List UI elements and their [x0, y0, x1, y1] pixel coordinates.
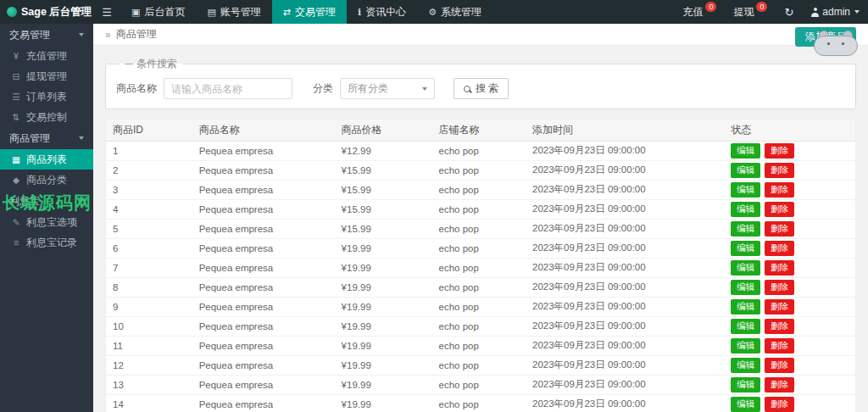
- edit-button[interactable]: 编辑: [731, 338, 760, 354]
- top-nav-item[interactable]: ⇄交易管理: [272, 0, 347, 24]
- delete-button[interactable]: 删除: [765, 358, 794, 373]
- sidebar-item[interactable]: ≡利息宝记录: [0, 232, 93, 253]
- delete-button[interactable]: 删除: [765, 338, 794, 354]
- yen-icon: ¥: [11, 51, 21, 61]
- search-icon: [464, 86, 470, 92]
- table-cell: 4: [106, 199, 192, 219]
- status-cell: 编辑删除: [724, 375, 855, 394]
- delete-button[interactable]: 删除: [765, 221, 794, 237]
- status-cell: 编辑删除: [724, 258, 855, 277]
- search-button[interactable]: 搜 索: [453, 78, 509, 99]
- edit-button[interactable]: 编辑: [731, 397, 760, 412]
- table-cell: 2023年09月23日 09:00:00: [526, 258, 724, 277]
- chevron-down-icon: [79, 136, 84, 140]
- table-cell: echo pop: [432, 160, 526, 180]
- sidebar-group-label: 商品管理: [9, 131, 50, 146]
- caret-down-icon: [854, 10, 860, 14]
- table-row: 10Pequea empresa¥19.99echo pop2023年09月23…: [106, 316, 855, 336]
- delete-button[interactable]: 删除: [765, 299, 794, 315]
- table-cell: echo pop: [432, 258, 526, 277]
- username: admin: [822, 6, 850, 18]
- table-cell: 3: [106, 180, 192, 199]
- top-nav-label: 系统管理: [441, 5, 481, 19]
- table-cell: Pequea empresa: [192, 160, 335, 180]
- refresh-button[interactable]: ↻: [776, 6, 802, 19]
- top-nav-item[interactable]: ▤账号管理: [196, 0, 271, 24]
- table-cell: 5: [106, 219, 192, 238]
- edit-button[interactable]: 编辑: [731, 299, 760, 315]
- delete-button[interactable]: 删除: [765, 260, 794, 276]
- edit-button[interactable]: 编辑: [731, 182, 760, 198]
- table-cell: 10: [106, 316, 192, 336]
- sidebar-group-header[interactable]: 交易管理: [0, 24, 93, 46]
- table-row: 9Pequea empresa¥19.99echo pop2023年09月23日…: [106, 297, 855, 316]
- sidebar-item[interactable]: ◆商品分类: [0, 170, 93, 190]
- edit-button[interactable]: 编辑: [731, 377, 760, 393]
- table-header-row: 商品ID商品名称商品价格店铺名称添加时间状态: [106, 120, 855, 141]
- withdraw-icon: ⊟: [11, 71, 21, 81]
- table-row: 13Pequea empresa¥19.99echo pop2023年09月23…: [106, 375, 855, 394]
- product-list-icon: ▦: [11, 154, 21, 164]
- delete-button[interactable]: 删除: [765, 143, 794, 159]
- menu-toggle-button[interactable]: ☰: [93, 6, 120, 19]
- edit-button[interactable]: 编辑: [731, 241, 760, 256]
- edit-button[interactable]: 编辑: [731, 163, 760, 178]
- sidebar-item[interactable]: ☰订单列表: [0, 86, 93, 107]
- sidebar-item-label: 订单列表: [26, 90, 67, 104]
- product-name-input[interactable]: [164, 78, 292, 99]
- sidebar-group-header[interactable]: 利息宝: [0, 190, 93, 212]
- top-nav-item[interactable]: ⚙系统管理: [417, 0, 492, 24]
- table-cell: 8: [106, 277, 192, 297]
- table-cell: ¥12.99: [335, 141, 432, 160]
- brand[interactable]: Sage 后台管理: [0, 5, 93, 19]
- sidebar-group-header[interactable]: 商品管理: [0, 127, 93, 149]
- refresh-icon: ↻: [784, 6, 793, 19]
- sidebar-item[interactable]: ✎利息宝选项: [0, 212, 93, 232]
- status-cell: 编辑删除: [724, 394, 855, 412]
- status-cell: 编辑删除: [724, 180, 855, 199]
- withdraw-label: 提现: [733, 5, 754, 19]
- table-cell: Pequea empresa: [192, 355, 335, 375]
- edit-button[interactable]: 编辑: [731, 358, 760, 373]
- sidebar-item[interactable]: ¥充值管理: [0, 46, 93, 66]
- status-cell: 编辑删除: [724, 277, 855, 297]
- content: 条件搜索 商品名称 分类 所有分类 搜 索: [93, 46, 868, 412]
- top-nav-label: 账号管理: [220, 5, 261, 19]
- category-select[interactable]: 所有分类: [340, 78, 435, 99]
- delete-button[interactable]: 删除: [765, 163, 794, 178]
- top-nav-item[interactable]: ▣后台首页: [120, 0, 196, 24]
- table-cell: echo pop: [432, 141, 526, 160]
- delete-button[interactable]: 删除: [765, 397, 794, 412]
- edit-button[interactable]: 编辑: [731, 202, 760, 217]
- edit-button[interactable]: 编辑: [731, 319, 760, 334]
- table-cell: 7: [106, 258, 192, 277]
- status-cell: 编辑删除: [724, 238, 855, 258]
- sidebar-item[interactable]: ⇅交易控制: [0, 107, 93, 127]
- top-nav-item[interactable]: ℹ资讯中心: [347, 0, 417, 24]
- edit-button[interactable]: 编辑: [731, 221, 760, 237]
- delete-button[interactable]: 删除: [765, 319, 794, 334]
- delete-button[interactable]: 删除: [765, 280, 794, 295]
- table-cell: 12: [106, 355, 192, 375]
- sidebar-item-label: 充值管理: [26, 49, 67, 64]
- withdraw-badge: 0: [756, 2, 767, 12]
- user-menu[interactable]: admin: [802, 6, 868, 18]
- column-header: 商品ID: [106, 120, 192, 141]
- recharge-link[interactable]: 充值 0: [674, 5, 725, 19]
- category-icon: ◆: [11, 175, 21, 185]
- table-cell: 2023年09月23日 09:00:00: [526, 336, 724, 355]
- sidebar-item[interactable]: ⊟提现管理: [0, 66, 93, 86]
- edit-button[interactable]: 编辑: [731, 143, 760, 159]
- edit-button[interactable]: 编辑: [731, 280, 760, 295]
- delete-button[interactable]: 删除: [765, 377, 794, 393]
- edit-button[interactable]: 编辑: [731, 260, 760, 276]
- add-product-button[interactable]: 添加商品: [795, 27, 856, 47]
- table-cell: ¥19.99: [335, 375, 432, 394]
- delete-button[interactable]: 删除: [765, 202, 794, 217]
- delete-button[interactable]: 删除: [765, 241, 794, 256]
- table-cell: ¥19.99: [335, 297, 432, 316]
- withdraw-link[interactable]: 提现 0: [725, 5, 776, 19]
- delete-button[interactable]: 删除: [765, 182, 794, 198]
- sidebar-item-label: 商品分类: [26, 173, 67, 187]
- sidebar-item[interactable]: ▦商品列表: [0, 149, 93, 170]
